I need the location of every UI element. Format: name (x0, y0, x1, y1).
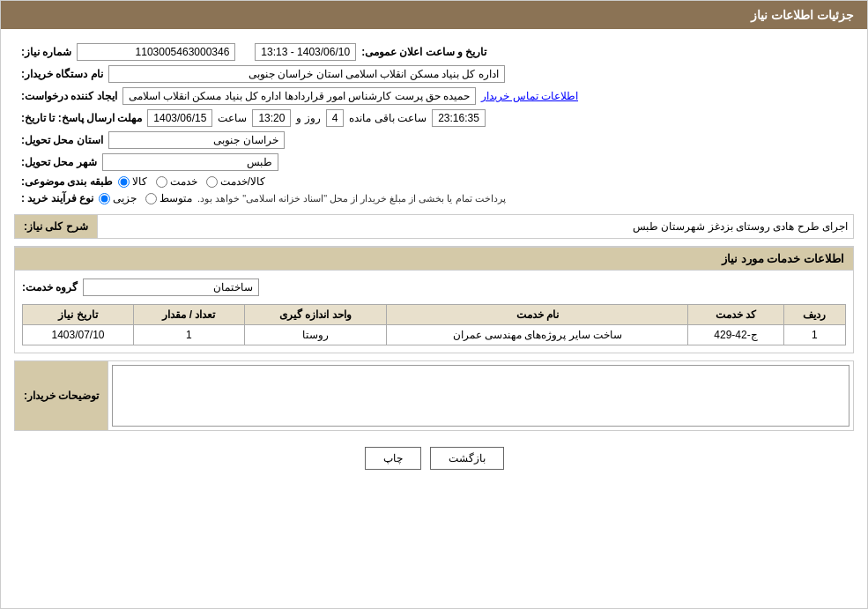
process-jozi-radio[interactable] (99, 193, 110, 204)
category-kala-khedmat: کالا/خدمت (206, 175, 265, 188)
category-label: طبقه بندی موضوعی: (21, 175, 113, 188)
buyer-desc-section: توضیحات خریدار: (14, 360, 854, 431)
table-row: 1ج-42-429ساخت سایر پروژه‌های مهندسی عمرا… (23, 325, 846, 345)
category-kala-khedmat-label: کالا/خدمت (220, 175, 265, 188)
category-row: کالا/خدمت خدمت کالا طبقه بندی موضوعی: (21, 175, 847, 188)
deadline-days: 4 (326, 109, 345, 127)
date-label: تاریخ و ساعت اعلان عمومی: (361, 46, 486, 58)
general-desc-inner: اجرای طرح هادی روستای بزدغز شهرستان طبس … (15, 215, 853, 238)
general-desc-value: اجرای طرح هادی روستای بزدغز شهرستان طبس (633, 220, 848, 233)
deadline-label: مهلت ارسال پاسخ: تا تاریخ: (21, 112, 142, 124)
notice-number-label: شماره نیاز: (21, 46, 71, 58)
process-motavaset-radio[interactable] (145, 193, 157, 204)
col-code: کد خدمت (688, 305, 784, 325)
buyer-org-value: اداره کل بنیاد مسکن انقلاب اسلامی استان … (108, 65, 505, 83)
service-group-label: گروه خدمت: (22, 281, 78, 293)
buyer-desc-textarea[interactable] (112, 365, 849, 427)
cell-code: ج-42-429 (688, 325, 784, 345)
contact-link[interactable]: اطلاعات تماس خریدار (481, 90, 578, 102)
col-unit: واحد اندازه گیری (244, 305, 386, 325)
content-area: تاریخ و ساعت اعلان عمومی: 1403/06/10 - 1… (1, 29, 867, 487)
cell-date: 1403/07/10 (23, 325, 134, 345)
process-jozi-label: جزیی (113, 192, 137, 204)
city-value: طبس (102, 153, 278, 171)
category-khedmat: خدمت (156, 175, 197, 188)
buyer-org-row: اداره کل بنیاد مسکن انقلاب اسلامی استان … (21, 65, 847, 83)
process-motavaset-label: متوسط (160, 192, 192, 204)
deadline-date: 1403/06/15 (147, 109, 212, 127)
process-row: پرداخت تمام یا بخشی از مبلغ خریدار از مح… (21, 192, 847, 204)
print-button[interactable]: چاپ (365, 447, 421, 470)
buyer-org-label: نام دستگاه خریدار: (21, 68, 103, 80)
province-row: خراسان جنوبی استان محل تحویل: (21, 131, 847, 149)
general-desc-section: اجرای طرح هادی روستای بزدغز شهرستان طبس … (14, 214, 854, 239)
category-khedmat-radio[interactable] (156, 176, 167, 188)
date-value: 1403/06/10 - 13:13 (255, 43, 356, 61)
services-section: اطلاعات خدمات مورد نیاز ساختمان گروه خدم… (14, 246, 854, 353)
general-info-section: تاریخ و ساعت اعلان عمومی: 1403/06/10 - 1… (14, 38, 854, 214)
process-radio-group: متوسط جزیی (99, 192, 192, 204)
city-label: شهر محل تحویل: (21, 156, 97, 168)
services-table: ردیف کد خدمت نام خدمت واحد اندازه گیری ت… (22, 304, 846, 345)
buyer-desc-content (108, 361, 853, 430)
process-motavaset: متوسط (145, 192, 192, 204)
back-button[interactable]: بازگشت (430, 447, 504, 470)
category-kala-radio[interactable] (118, 176, 130, 188)
creator-value: حمیده حق پرست کارشناس امور قراردادها ادا… (122, 87, 477, 105)
service-group-value: ساختمان (83, 279, 259, 296)
cell-name: ساخت سایر پروژه‌های مهندسی عمران (387, 325, 688, 345)
deadline-row: 23:16:35 ساعت باقی مانده 4 روز و 13:20 س… (21, 109, 847, 127)
general-desc-label: شرح کلی نیاز: (24, 220, 88, 233)
category-radio-group: کالا/خدمت خدمت کالا (118, 175, 265, 188)
category-kala-khedmat-radio[interactable] (206, 176, 218, 188)
deadline-time: 13:20 (252, 109, 291, 127)
page-title: جزئیات اطلاعات نیاز (751, 8, 854, 22)
category-khedmat-label: خدمت (170, 175, 197, 188)
col-qty: تعداد / مقدار (134, 305, 245, 325)
notice-number-value: 1103005463000346 (77, 43, 235, 61)
page-wrapper: جزئیات اطلاعات نیاز تاریخ و ساعت اعلان ع… (0, 0, 868, 609)
process-jozi: جزیی (99, 192, 137, 204)
deadline-remaining: 23:16:35 (432, 109, 486, 127)
province-label: استان محل تحویل: (21, 134, 103, 146)
col-name: نام خدمت (387, 305, 688, 325)
city-row: طبس شهر محل تحویل: (21, 153, 847, 171)
process-desc: پرداخت تمام یا بخشی از مبلغ خریدار از مح… (197, 193, 506, 204)
cell-row: 1 (783, 325, 845, 345)
cell-qty: 1 (134, 325, 245, 345)
buyer-desc-label: توضیحات خریدار: (24, 390, 99, 402)
deadline-remaining-label: ساعت باقی مانده (349, 112, 427, 124)
button-row: بازگشت چاپ (14, 438, 854, 479)
col-date: تاریخ نیاز (23, 305, 134, 325)
col-row: ردیف (783, 305, 845, 325)
page-header: جزئیات اطلاعات نیاز (1, 1, 867, 29)
notice-number-row: تاریخ و ساعت اعلان عمومی: 1403/06/10 - 1… (21, 43, 847, 61)
service-group-row: ساختمان گروه خدمت: (15, 275, 853, 300)
cell-unit: روستا (244, 325, 386, 345)
services-title: اطلاعات خدمات مورد نیاز (15, 247, 853, 271)
deadline-time-label: ساعت (218, 112, 247, 124)
category-kala: کالا (118, 175, 147, 188)
province-value: خراسان جنوبی (108, 131, 285, 149)
services-table-wrapper: ردیف کد خدمت نام خدمت واحد اندازه گیری ت… (15, 304, 853, 353)
process-label: نوع فرآیند خرید : (21, 192, 93, 204)
creator-label: ایجاد کننده درخواست: (21, 90, 117, 102)
category-kala-label: کالا (132, 175, 147, 188)
creator-row: اطلاعات تماس خریدار حمیده حق پرست کارشنا… (21, 87, 847, 105)
deadline-day-label: روز و (296, 112, 320, 124)
